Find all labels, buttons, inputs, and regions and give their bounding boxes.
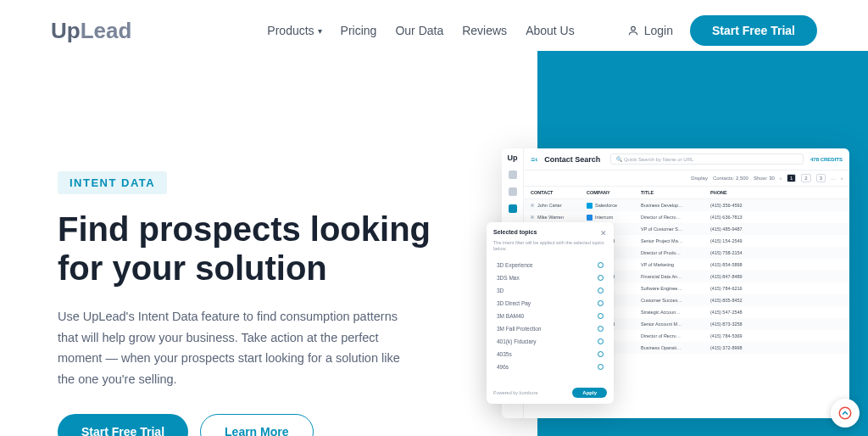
topics-description: The intent filter will be applied with t… [493,240,607,252]
logo[interactable]: UpLead [51,18,131,44]
powered-by-label: Powered by bombora [493,390,537,395]
user-icon [627,25,639,36]
svg-point-0 [631,26,635,31]
table-row: Mike WarrenIntercomDirector of Recru…(41… [524,211,849,223]
mockup-nav-icon-active [509,204,517,213]
hamburger-icon: ≡‹ [531,155,537,164]
remove-topic-icon [598,300,604,306]
mockup-nav-icon [509,170,517,179]
topic-item[interactable]: 3D Experience [493,259,607,271]
chat-icon [837,405,853,421]
remove-topic-icon [598,351,604,357]
mockup-logo: Up [508,154,518,162]
topic-item[interactable]: 4035s [493,348,607,361]
topic-item[interactable]: 3DS Max [493,271,607,284]
remove-topic-icon [598,338,604,344]
start-trial-button[interactable]: Start Free Trial [690,15,817,46]
topic-item[interactable]: 3M BAM40 [493,310,607,322]
mockup-page-title: Contact Search [544,155,600,164]
hero-content: INTENT DATA Find prospects looking for y… [58,95,465,436]
nav-ourdata[interactable]: Our Data [395,24,443,37]
mockup-nav-icon [509,187,517,196]
topics-title: Selected topics [493,229,537,238]
topic-item[interactable]: 3D Direct Pay [493,297,607,310]
topic-item[interactable]: 496s [493,361,607,373]
topics-list: 3D Experience3DS Max3D3D Direct Pay3M BA… [493,259,607,373]
remove-topic-icon [598,364,604,370]
credits-badge: 478 CREDITS [810,157,843,162]
remove-topic-icon [598,275,604,281]
nav-reviews[interactable]: Reviews [462,24,507,37]
page-headline: Find prospects looking for your solution [58,210,465,288]
page-description: Use UpLead's Intent Data feature to find… [58,306,414,390]
remove-topic-icon [598,313,604,319]
learn-more-button[interactable]: Learn More [200,414,313,436]
apply-button[interactable]: Apply [572,388,607,398]
chat-widget-button[interactable] [831,399,860,428]
hero-buttons: Start Free Trial Learn More [58,414,465,436]
remove-topic-icon [598,288,604,293]
nav-about[interactable]: About Us [526,24,575,37]
mockup-controls: Display Contacts: 2,500 Show: 30 ‹ 1 2 3… [524,170,849,187]
topic-item[interactable]: 401(k) Fiduciary [493,335,607,348]
nav-products[interactable]: Products ▾ [267,24,321,37]
mockup-table-header: CONTACT COMPANY TITLE PHONE [524,187,849,199]
topic-item[interactable]: 3M Fall Protection [493,322,607,335]
svg-point-1 [839,407,851,419]
page-number: 3 [816,174,826,182]
table-row: John CarterSalesforceBusiness Develop…(4… [524,199,849,211]
nav-pricing[interactable]: Pricing [341,24,377,37]
hero-start-trial-button[interactable]: Start Free Trial [58,414,188,436]
category-badge: INTENT DATA [58,171,167,194]
topics-popup: Selected topics ✕ The intent filter will… [487,222,614,404]
topic-item[interactable]: 3D [493,284,607,297]
chevron-down-icon: ▾ [318,26,322,36]
mockup-topbar: ≡‹ Contact Search 🔍 Quick Search by Name… [524,148,849,170]
page-number: 2 [801,174,810,182]
page-number: 1 [787,174,796,182]
main-nav: Products ▾ Pricing Our Data Reviews Abou… [267,24,574,37]
remove-topic-icon [598,262,604,268]
remove-topic-icon [598,326,604,332]
mockup-search-input: 🔍 Quick Search by Name or URL [610,154,804,165]
login-link[interactable]: Login [627,24,673,37]
close-icon[interactable]: ✕ [600,229,607,238]
